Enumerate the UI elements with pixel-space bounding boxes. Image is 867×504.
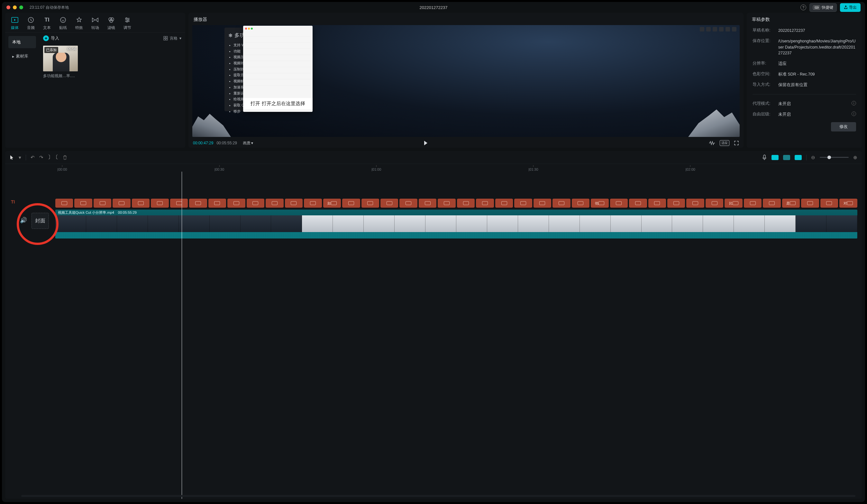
video-frame-thumb: [765, 215, 795, 232]
svg-point-2: [61, 17, 66, 22]
subtitle-clip[interactable]: [266, 199, 283, 208]
subtitle-clip[interactable]: [151, 199, 169, 208]
subtitle-clip[interactable]: [419, 199, 436, 208]
subtitle-clip[interactable]: 是: [782, 199, 800, 208]
redo-button[interactable]: ↷: [39, 155, 43, 161]
subtitle-clip[interactable]: [610, 199, 628, 208]
track-toggle-1[interactable]: [771, 155, 779, 160]
subtitle-clip[interactable]: [189, 199, 207, 208]
zoom-slider[interactable]: [820, 157, 849, 158]
player-viewport[interactable]: ❄ 多功 支持 W功能视频压视频转压制软提取音视频帧加速视重新设给视频获取 Q移…: [192, 25, 740, 137]
subtitle-clip[interactable]: [820, 199, 838, 208]
video-frame-thumb: [148, 215, 179, 232]
text-icon: TI: [44, 16, 49, 24]
timeline-ruler[interactable]: |00:00|00:30|01:00|01:30|02:00: [5, 164, 862, 172]
subtitle-track[interactable]: 如他比是对: [55, 199, 857, 208]
tab-text[interactable]: TI 文本: [43, 16, 51, 31]
subtitle-clip[interactable]: [534, 199, 551, 208]
subtitle-clip[interactable]: 对: [839, 199, 857, 208]
subtitle-clip[interactable]: [55, 199, 73, 208]
video-track-clip[interactable]: 视频工具箱Quick Cut 小分辨率.mp4 00:05:55:29: [55, 210, 857, 239]
close-window-icon[interactable]: [7, 6, 10, 9]
subtitle-clip[interactable]: [399, 199, 417, 208]
subtitle-clip[interactable]: 如: [323, 199, 341, 208]
subtitle-clip[interactable]: [744, 199, 761, 208]
selection-tool[interactable]: [10, 155, 14, 160]
subtitle-clip[interactable]: [648, 199, 666, 208]
quality-selector[interactable]: 画质 ▾: [243, 141, 253, 146]
undo-button[interactable]: ↶: [31, 155, 35, 161]
subtitle-clip[interactable]: [763, 199, 781, 208]
tab-audio[interactable]: 音频: [27, 16, 35, 31]
help-icon[interactable]: ?: [801, 4, 806, 10]
preview-caption: 打开 打开之后在这里选择: [243, 98, 313, 109]
export-button[interactable]: 导出: [840, 3, 860, 12]
timeline-body[interactable]: TI 如他比是对 视频工具箱Quick Cut 小分辨率.mp4 00:05:5…: [5, 172, 862, 499]
sidebar-library[interactable]: ▸ 素材库: [8, 50, 36, 62]
modify-button[interactable]: 修改: [831, 122, 856, 131]
subtitle-clip[interactable]: [381, 199, 398, 208]
subtitle-clip[interactable]: [342, 199, 360, 208]
media-thumbnail[interactable]: 已添加 05:56 多功能视频…率.mp4: [43, 46, 78, 79]
subtitle-clip[interactable]: [686, 199, 704, 208]
subtitle-clip[interactable]: [94, 199, 111, 208]
waveform-icon[interactable]: [709, 141, 715, 146]
maximize-window-icon[interactable]: [19, 6, 23, 9]
zoom-out-button[interactable]: ⊖: [811, 155, 815, 161]
subtitle-clip[interactable]: [285, 199, 303, 208]
chevron-right-icon: ▸: [12, 54, 14, 59]
subtitle-clip[interactable]: [362, 199, 379, 208]
subtitle-clip[interactable]: [113, 199, 130, 208]
video-frame-thumb: [240, 215, 271, 232]
tab-effects[interactable]: 特效: [75, 16, 83, 31]
video-frame-thumb: [210, 215, 240, 232]
tab-filter[interactable]: 滤镜: [107, 16, 115, 31]
playhead[interactable]: [182, 172, 182, 499]
info-icon[interactable]: i: [852, 101, 856, 106]
subtitle-clip[interactable]: [801, 199, 819, 208]
subtitle-clip[interactable]: [247, 199, 264, 208]
tool-dropdown[interactable]: ▾: [19, 155, 21, 161]
subtitle-clip[interactable]: [667, 199, 685, 208]
subtitle-clip[interactable]: 他: [591, 199, 608, 208]
subtitle-clip[interactable]: [629, 199, 647, 208]
subtitle-clip[interactable]: [438, 199, 456, 208]
delete-button[interactable]: [63, 155, 67, 160]
subtitle-clip[interactable]: [495, 199, 513, 208]
shortcuts-button[interactable]: ⌨ 快捷键: [810, 3, 837, 12]
ratio-button[interactable]: 适应: [720, 140, 729, 146]
param-row-path: 保存位置:/Users/penghonghao/Movies/JianyingP…: [752, 38, 856, 56]
split-tool[interactable]: 〕〔: [48, 154, 58, 161]
subtitle-clip[interactable]: [572, 199, 589, 208]
track-toggle-3[interactable]: [795, 155, 802, 160]
subtitle-clip[interactable]: [208, 199, 226, 208]
subtitle-clip[interactable]: [514, 199, 532, 208]
sidebar-local[interactable]: 本地: [8, 36, 36, 48]
view-mode-toggle[interactable]: 宫格 ▾: [163, 36, 181, 41]
import-button[interactable]: + 导入: [43, 35, 59, 41]
minimize-window-icon[interactable]: [13, 6, 17, 9]
info-icon[interactable]: i: [852, 111, 856, 116]
subtitle-clip[interactable]: [476, 199, 494, 208]
fullscreen-icon[interactable]: [734, 141, 739, 146]
subtitle-clip[interactable]: [304, 199, 322, 208]
subtitle-clip[interactable]: [553, 199, 570, 208]
tab-transition[interactable]: 转场: [91, 16, 99, 31]
subtitle-clip[interactable]: [132, 199, 150, 208]
subtitle-clip[interactable]: 比: [725, 199, 742, 208]
subtitle-clip[interactable]: [74, 199, 92, 208]
subtitle-clip[interactable]: [457, 199, 475, 208]
subtitle-clip[interactable]: [170, 199, 188, 208]
svg-point-8: [126, 21, 128, 22]
tab-adjust[interactable]: 调节: [124, 16, 131, 31]
horizontal-scrollbar[interactable]: [21, 495, 855, 497]
track-toggle-2[interactable]: [783, 155, 790, 160]
tab-media[interactable]: 媒体: [11, 16, 19, 31]
subtitle-clip[interactable]: [706, 199, 723, 208]
subtitle-clip[interactable]: [227, 199, 245, 208]
zoom-in-button[interactable]: ⊕: [853, 155, 857, 161]
mic-icon[interactable]: [762, 154, 767, 161]
tab-sticker[interactable]: 贴纸: [59, 16, 67, 31]
play-button[interactable]: [424, 141, 427, 145]
added-badge: 已添加: [44, 47, 58, 53]
